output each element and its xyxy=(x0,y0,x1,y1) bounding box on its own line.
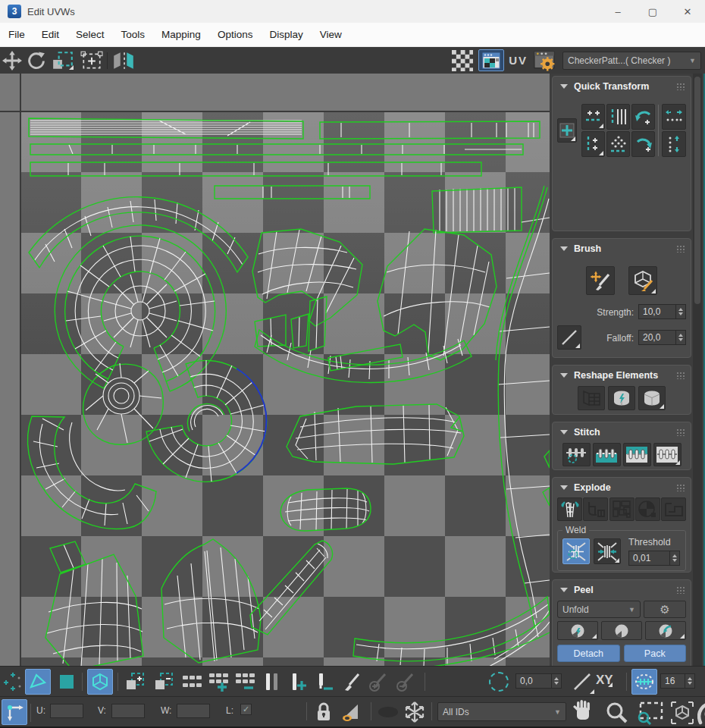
space-elements-button[interactable] xyxy=(606,131,630,157)
align-v-grow-button[interactable] xyxy=(286,669,312,695)
mirror-tool-icon[interactable] xyxy=(111,51,136,71)
rotate-ccw-button[interactable] xyxy=(631,104,655,130)
u-field[interactable] xyxy=(50,704,83,718)
edge-mode-button[interactable] xyxy=(54,669,80,695)
maximize-button[interactable]: ▢ xyxy=(635,0,670,23)
material-id-dropdown[interactable]: All IDs ▼ xyxy=(437,702,566,721)
grip-icon[interactable] xyxy=(676,586,686,594)
rotate-cw-button[interactable] xyxy=(631,131,655,157)
grip-icon[interactable] xyxy=(676,245,686,253)
scale-tool-icon[interactable] xyxy=(52,51,74,71)
uv-options-icon[interactable] xyxy=(532,50,558,71)
grip-icon[interactable] xyxy=(676,372,686,379)
align-h-grow-button[interactable] xyxy=(206,669,232,695)
pan-icon[interactable] xyxy=(572,700,594,727)
show-map-button[interactable] xyxy=(478,49,504,71)
collapse-arrow-icon[interactable] xyxy=(560,246,568,251)
falloff-space-button[interactable]: XY xyxy=(596,673,613,688)
threshold-value[interactable]: 0,01 xyxy=(628,551,670,566)
grip-icon[interactable] xyxy=(676,428,686,436)
hide-icon[interactable] xyxy=(377,704,400,723)
zoom-icon[interactable] xyxy=(604,701,628,728)
stitch-source-button[interactable] xyxy=(593,443,621,466)
peel-settings-button[interactable]: ⚙ xyxy=(644,601,686,618)
peel-button[interactable] xyxy=(601,621,642,640)
checker-pattern-icon[interactable] xyxy=(451,50,474,71)
collapse-arrow-icon[interactable] xyxy=(560,373,568,378)
menu-file[interactable]: File xyxy=(0,29,33,40)
align-h-pills-button[interactable] xyxy=(180,669,205,695)
break-button[interactable] xyxy=(557,497,582,521)
pack-button[interactable]: Pack xyxy=(624,645,687,662)
strength-spinner[interactable]: 10,0 xyxy=(638,304,686,319)
grip-icon[interactable] xyxy=(676,484,686,491)
v-field[interactable] xyxy=(111,704,145,718)
freeform-gizmo-icon[interactable] xyxy=(80,51,103,71)
paint-select-button[interactable] xyxy=(338,669,364,695)
peel-mode-dropdown[interactable]: Unfold ▼ xyxy=(557,601,641,618)
element-mode-button[interactable] xyxy=(87,669,113,695)
menu-options[interactable]: Options xyxy=(209,29,262,40)
paint-select-remove-button[interactable] xyxy=(393,669,418,695)
strength-value[interactable]: 10,0 xyxy=(638,304,676,319)
relax-button[interactable] xyxy=(638,386,666,410)
edge-distortion-button[interactable] xyxy=(631,669,657,695)
close-button[interactable]: ✕ xyxy=(670,0,705,23)
zoom-region-icon[interactable] xyxy=(636,701,665,728)
uv-viewport[interactable] xyxy=(0,74,550,666)
falloff-type-button[interactable] xyxy=(569,669,595,695)
minimize-button[interactable]: – xyxy=(600,0,635,23)
paint-select-add-button[interactable] xyxy=(365,669,391,695)
falloff-spinner[interactable]: 20,0 xyxy=(638,330,686,345)
pattern-dropdown[interactable]: CheckerPatt...( Checker ) ▼ xyxy=(562,52,701,70)
distribute-horizontal-button[interactable] xyxy=(606,104,630,130)
falloff-value[interactable]: 20,0 xyxy=(638,330,676,345)
shrink-selection-button[interactable] xyxy=(151,669,177,695)
move-brush-button[interactable] xyxy=(586,266,615,295)
rotate-tool-icon[interactable] xyxy=(27,51,45,70)
polygon-mode-button[interactable] xyxy=(25,669,51,695)
distribute-ends-h-button[interactable] xyxy=(662,104,686,130)
menu-edit[interactable]: Edit xyxy=(33,29,67,40)
align-horizontal-button[interactable] xyxy=(581,104,605,130)
zoom-to-selected-icon[interactable] xyxy=(697,700,705,728)
detach-button[interactable]: Detach xyxy=(557,645,620,662)
zoom-extents-icon[interactable] xyxy=(669,700,695,728)
checker-sphere-button[interactable] xyxy=(635,497,660,521)
grow-selection-button[interactable] xyxy=(122,669,148,695)
absolute-offset-gizmo-button[interactable] xyxy=(2,699,27,725)
collapse-arrow-icon[interactable] xyxy=(560,588,568,592)
stitch-target-button[interactable] xyxy=(623,443,651,466)
menu-select[interactable]: Select xyxy=(67,29,113,40)
stitch-all-button[interactable] xyxy=(653,443,682,466)
soft-selection-spinner[interactable]: 0,0 xyxy=(515,673,562,689)
stitch-custom-button[interactable] xyxy=(562,443,591,466)
weld-selected-button[interactable] xyxy=(594,538,621,564)
explode-face-button[interactable] xyxy=(583,497,608,521)
vertex-mode-icon[interactable] xyxy=(3,671,23,695)
explode-tiles-button[interactable] xyxy=(609,497,634,521)
collapse-arrow-icon[interactable] xyxy=(560,84,568,89)
grip-icon[interactable] xyxy=(676,83,686,90)
filter-selected-faces-icon[interactable] xyxy=(340,702,362,725)
target-weld-button[interactable] xyxy=(562,538,590,564)
align-v-pills-button[interactable] xyxy=(259,669,285,695)
menu-display[interactable]: Display xyxy=(261,29,311,40)
relax-brush-button[interactable] xyxy=(628,266,657,295)
quick-peel-button[interactable] xyxy=(557,621,598,640)
lock-selection-icon[interactable] xyxy=(314,701,334,726)
straighten-button[interactable] xyxy=(312,669,338,695)
falloff-curve-button[interactable] xyxy=(557,325,581,350)
peel-reset-button[interactable] xyxy=(645,621,686,640)
align-h-shrink-button[interactable] xyxy=(233,669,258,695)
soft-selection-icon[interactable] xyxy=(489,672,509,692)
menu-mapping[interactable]: Mapping xyxy=(153,29,209,40)
align-vertical-button[interactable] xyxy=(581,131,605,157)
collapse-arrow-icon[interactable] xyxy=(560,430,568,435)
menu-view[interactable]: View xyxy=(312,29,350,40)
move-tool-icon[interactable] xyxy=(2,51,22,71)
move-selected-button[interactable] xyxy=(557,118,577,143)
distribute-ends-v-button[interactable] xyxy=(662,131,686,157)
threshold-spinner[interactable]: 0,01 xyxy=(628,551,680,566)
panel-scrollbar[interactable] xyxy=(693,74,702,666)
